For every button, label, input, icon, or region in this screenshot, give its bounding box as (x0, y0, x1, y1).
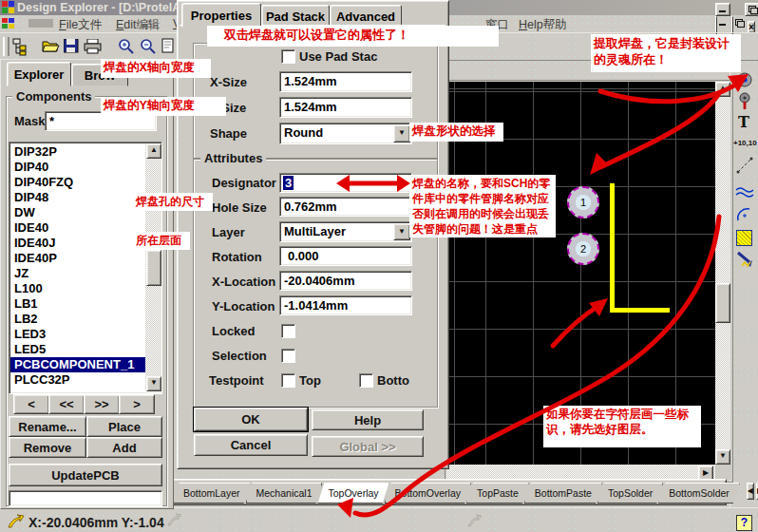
layer-tab-topsolder[interactable]: TopSolder (597, 483, 663, 504)
list-item[interactable]: IDE40 (10, 220, 143, 236)
via-tool-icon[interactable] (735, 92, 754, 111)
selection-checkbox[interactable] (281, 349, 295, 363)
layer-tab-bottompaste[interactable]: BottomPaste (524, 483, 602, 504)
list-scroll-down-button[interactable]: ▼ (146, 376, 161, 391)
list-scroll-up-button[interactable]: ▲ (146, 143, 161, 159)
layer-tab-toppaste[interactable]: TopPaste (466, 483, 529, 504)
print-icon[interactable] (84, 39, 103, 54)
list-item[interactable]: JZ (10, 266, 143, 281)
scroll-up-button[interactable]: ▲ (715, 82, 730, 97)
menu-help[interactable]: Help帮助 (519, 17, 567, 33)
coordinate-tool-icon[interactable]: +10,10 (733, 139, 757, 147)
open-icon[interactable] (42, 39, 60, 53)
components-list[interactable]: DIP32P DIP40 DIP40FZQ DIP48 DW IDE40 IDE… (9, 142, 162, 394)
hole-size-input[interactable]: 0.762mm (279, 197, 412, 217)
save-icon[interactable] (64, 39, 79, 53)
y-location-value: -1.0414mm (280, 296, 411, 313)
menu-file[interactable]: File文件 (59, 17, 102, 33)
nav-first-button[interactable]: << (48, 394, 85, 414)
add-button[interactable]: Add (86, 437, 162, 458)
testpoint-bottom-checkbox[interactable] (359, 373, 373, 388)
layer-tab-bottomoverlay[interactable]: BottomOverlay (385, 483, 471, 504)
shape-dropdown[interactable]: Round ▼ (279, 123, 412, 144)
tab-explorer[interactable]: Explorer (7, 62, 71, 86)
layer-tab-bottomlayer[interactable]: BottomLayer (173, 483, 251, 504)
place-button[interactable]: Place (86, 416, 162, 437)
list-item[interactable]: IDE40J (10, 236, 143, 251)
list-item[interactable]: DIP32P (10, 144, 143, 160)
list-item[interactable]: LED5 (10, 342, 143, 357)
rename-button[interactable]: Rename... (9, 416, 86, 437)
restore-button[interactable] (745, 3, 758, 16)
remove-button[interactable]: Remove (9, 437, 86, 458)
layer-dropdown-arrow[interactable]: ▼ (393, 223, 410, 240)
list-item[interactable]: LB2 (10, 312, 143, 327)
list-item-selected[interactable]: PCBCOMPONENT_1 (10, 357, 145, 372)
cancel-button[interactable]: Cancel (194, 434, 308, 456)
layer-tab-mechanical1[interactable]: Mechanical1 (246, 483, 323, 504)
layer-tab-bottomsolder[interactable]: BottomSolder (658, 483, 740, 504)
y-size-input[interactable]: 1.524mm (279, 97, 412, 118)
components-tree-icon[interactable] (11, 37, 30, 56)
locked-checkbox[interactable] (281, 324, 295, 338)
attributes-group-label: Attributes (200, 151, 266, 165)
x-size-input[interactable]: 1.524mm (279, 71, 412, 92)
list-item[interactable]: IDE40P (10, 251, 143, 266)
nav-prev-button[interactable]: < (13, 394, 49, 414)
pcb-vertical-scrollbar[interactable]: ▲ ▼ (715, 82, 730, 465)
testpoint-top-checkbox[interactable] (281, 373, 295, 388)
list-item[interactable]: PLCC32P (10, 372, 143, 388)
nav-next-button[interactable]: > (119, 394, 155, 414)
list-item[interactable]: DIP40 (10, 160, 143, 175)
minimize-button[interactable] (715, 3, 730, 16)
ok-button[interactable]: OK (194, 408, 308, 431)
global-button[interactable]: Global >> (312, 436, 424, 457)
x-location-input[interactable]: -20.0406mm (279, 271, 412, 291)
app-logo-icon (2, 1, 14, 13)
layer-dropdown[interactable]: MultiLayer ▼ (279, 221, 412, 242)
list-item[interactable]: L100 (10, 281, 143, 296)
y-size-value: 1.524mm (280, 98, 411, 114)
shape-dropdown-arrow[interactable]: ▼ (393, 124, 410, 142)
arc-tool-icon[interactable] (735, 206, 754, 225)
list-item[interactable]: LB1 (10, 296, 143, 312)
layer-tab-topoverlay[interactable]: TopOverlay (317, 483, 388, 504)
list-item[interactable]: LED3 (10, 327, 143, 342)
polygon-tool-icon[interactable] (734, 249, 755, 270)
dialog-tab-properties[interactable]: Properties (181, 3, 261, 28)
text-tool-icon[interactable]: T (738, 113, 749, 131)
track-tool-icon[interactable] (734, 184, 755, 200)
y-location-input[interactable]: -1.0414mm (279, 295, 412, 315)
rotation-input[interactable]: 0.000 (279, 246, 412, 266)
help-button[interactable]: Help (312, 409, 424, 430)
pad-2[interactable]: 2 (567, 233, 599, 265)
pcb-horizontal-scrollbar[interactable]: ▶ (446, 465, 715, 480)
list-item[interactable]: DW (10, 205, 143, 220)
track-segment-horizontal[interactable] (610, 308, 670, 313)
scroll-down-button[interactable]: ▼ (715, 449, 730, 465)
updatepcb-button[interactable]: UpdatePCB (9, 464, 162, 486)
layer-tabs-scroll-left-button[interactable]: ◀ (747, 483, 754, 500)
use-pad-stack-checkbox[interactable] (281, 49, 295, 64)
pad-tool-icon[interactable] (735, 70, 754, 89)
annotation-extract: 提取焊盘，它是封装设计的灵魂所在！ (591, 34, 741, 72)
fill-tool-icon[interactable] (736, 230, 752, 246)
document-icon[interactable] (161, 38, 175, 53)
track-segment-vertical[interactable] (610, 183, 615, 313)
hole-size-value: 0.762mm (280, 198, 411, 214)
vertical-scroll-thumb[interactable] (715, 283, 730, 323)
list-item[interactable]: DIP40FZQ (10, 175, 143, 190)
components-list-scrollbar[interactable]: ▲ ▼ (145, 143, 161, 390)
list-item[interactable]: DIP48 (10, 190, 143, 205)
zoom-out-icon[interactable] (140, 38, 157, 54)
pad-1[interactable]: 1 (567, 186, 599, 218)
dimension-tool-icon[interactable] (735, 156, 754, 175)
list-scroll-thumb[interactable] (146, 250, 161, 286)
panel-edit-strip[interactable] (9, 490, 162, 506)
designator-input[interactable]: 3 (279, 173, 412, 193)
nav-last-button[interactable]: >> (84, 394, 120, 414)
context-help-button[interactable]: ? (736, 515, 752, 531)
annotation-hole: 焊盘孔的尺寸 (133, 193, 213, 211)
menu-edit[interactable]: Edit编辑 (116, 17, 161, 33)
zoom-in-icon[interactable] (118, 38, 135, 54)
